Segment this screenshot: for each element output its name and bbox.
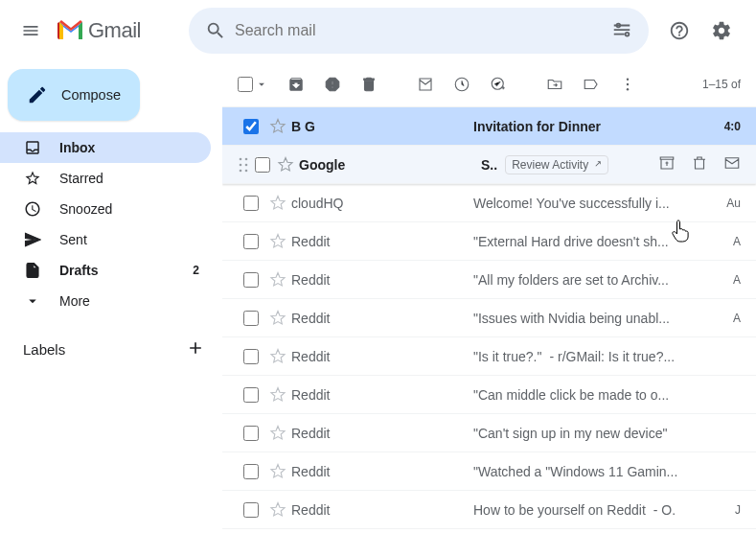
sidebar-label: Snoozed — [59, 201, 199, 217]
drag-handle-icon[interactable] — [238, 156, 253, 174]
pencil-icon — [27, 84, 48, 105]
sender: cloudHQ — [291, 196, 473, 211]
search-options-icon[interactable] — [603, 20, 641, 41]
email-row[interactable]: Reddit How to be yourself on Reddit - O.… — [222, 491, 756, 529]
row-mark-unread-button[interactable] — [723, 154, 741, 174]
row-archive-button[interactable] — [658, 154, 676, 174]
email-row[interactable]: Reddit "Can't sign up in my new device" — [222, 414, 756, 452]
row-checkbox[interactable] — [238, 426, 264, 441]
star-icon — [23, 170, 42, 187]
row-checkbox[interactable] — [253, 157, 272, 173]
sidebar-item-starred[interactable]: Starred — [0, 163, 211, 194]
star-toggle[interactable] — [264, 310, 291, 327]
star-icon — [269, 271, 286, 289]
email-row[interactable]: Reddit "Is it true?." - r/GMail: Is it t… — [222, 337, 756, 376]
email-row[interactable]: Reddit "Watched a "Windows 11 Gamin... — [222, 452, 756, 491]
row-delete-button[interactable] — [691, 154, 708, 174]
add-task-button[interactable] — [490, 76, 507, 93]
svg-point-0 — [626, 33, 630, 36]
star-toggle[interactable] — [264, 233, 291, 250]
star-toggle[interactable] — [264, 386, 291, 404]
email-row[interactable]: Reddit "Can middle click be made to o... — [222, 376, 756, 414]
star-toggle[interactable] — [264, 501, 291, 519]
date: J — [702, 503, 741, 517]
help-icon — [669, 20, 690, 41]
content: 1–15 of B G Invitation for Dinner 4:0 Go… — [222, 61, 756, 533]
header: Gmail — [0, 0, 756, 61]
star-toggle[interactable] — [264, 463, 291, 480]
review-activity-chip[interactable]: Review Activity — [505, 155, 608, 174]
star-toggle[interactable] — [264, 425, 291, 442]
main-menu-button[interactable] — [8, 8, 54, 54]
help-button[interactable] — [660, 12, 699, 50]
sidebar-item-sent[interactable]: Sent — [0, 224, 211, 255]
sidebar-item-more[interactable]: More — [0, 286, 211, 316]
email-list: B G Invitation for Dinner 4:0 Google S..… — [222, 107, 756, 529]
inbox-icon — [23, 139, 42, 156]
email-row[interactable]: Reddit "External Hard drive doesn't sh..… — [222, 222, 756, 261]
star-toggle[interactable] — [264, 195, 291, 212]
report-spam-button[interactable] — [324, 76, 341, 93]
email-row[interactable]: Google S.. Review Activity — [222, 146, 756, 184]
search-bar[interactable] — [189, 8, 649, 54]
svg-point-6 — [627, 88, 629, 90]
spam-icon — [324, 76, 341, 93]
labels-button[interactable] — [583, 76, 600, 93]
main: Compose Inbox Starred Snoozed Sent Draft… — [0, 61, 756, 533]
drafts-icon — [23, 262, 42, 279]
archive-button[interactable] — [287, 76, 305, 93]
subject: "Can middle click be made to o... — [473, 387, 669, 403]
svg-point-8 — [245, 157, 248, 160]
subject: "Is it true?." — [473, 349, 541, 364]
sidebar-item-inbox[interactable]: Inbox — [0, 132, 211, 163]
mark-unread-button[interactable] — [417, 76, 434, 93]
row-checkbox[interactable] — [238, 234, 264, 249]
labels-text: Labels — [23, 341, 65, 358]
snooze-button[interactable] — [453, 76, 470, 93]
row-checkbox[interactable] — [238, 464, 264, 479]
svg-point-7 — [240, 157, 242, 160]
sidebar: Compose Inbox Starred Snoozed Sent Draft… — [0, 61, 222, 533]
email-row[interactable]: Reddit "All my folders are set to Archiv… — [222, 261, 756, 299]
svg-point-11 — [240, 169, 242, 172]
search-input[interactable] — [235, 22, 603, 39]
star-toggle[interactable] — [264, 271, 291, 289]
compose-button[interactable]: Compose — [8, 69, 140, 121]
email-row[interactable]: Reddit "Issues with Nvidia being unabl..… — [222, 299, 756, 337]
sidebar-item-snoozed[interactable]: Snoozed — [0, 194, 211, 224]
email-row[interactable]: B G Invitation for Dinner 4:0 — [222, 107, 756, 146]
subject: How to be yourself on Reddit — [473, 502, 646, 518]
row-checkbox[interactable] — [238, 502, 264, 518]
subject: "All my folders are set to Archiv... — [473, 272, 669, 288]
archive-icon — [658, 154, 676, 172]
row-checkbox[interactable] — [238, 196, 264, 211]
sidebar-item-drafts[interactable]: Drafts 2 — [0, 255, 211, 286]
row-checkbox[interactable] — [238, 311, 264, 326]
row-checkbox[interactable] — [238, 387, 264, 403]
star-toggle[interactable] — [272, 156, 299, 174]
email-row[interactable]: cloudHQ Welcome! You've successfully i..… — [222, 184, 756, 222]
subject: Welcome! You've successfully i... — [473, 196, 670, 211]
chevron-down-icon[interactable] — [255, 78, 268, 91]
more-button[interactable] — [619, 76, 636, 93]
sender: B G — [291, 119, 473, 134]
row-checkbox[interactable] — [238, 119, 264, 134]
sidebar-label: Inbox — [59, 140, 199, 155]
gmail-logo[interactable]: Gmail — [57, 18, 141, 43]
trash-icon — [691, 154, 708, 172]
delete-button[interactable] — [360, 76, 378, 93]
svg-point-5 — [627, 82, 629, 84]
row-checkbox[interactable] — [238, 272, 264, 288]
open-icon — [592, 160, 602, 170]
compose-label: Compose — [61, 87, 121, 103]
star-icon — [269, 233, 286, 250]
add-label-button[interactable] — [186, 338, 205, 360]
move-to-button[interactable] — [546, 76, 563, 93]
star-toggle[interactable] — [264, 118, 291, 135]
search-icon[interactable] — [196, 20, 235, 41]
star-icon — [269, 118, 286, 135]
select-all-checkbox[interactable] — [238, 77, 268, 92]
settings-button[interactable] — [702, 12, 741, 50]
star-toggle[interactable] — [264, 348, 291, 365]
row-checkbox[interactable] — [238, 349, 264, 364]
